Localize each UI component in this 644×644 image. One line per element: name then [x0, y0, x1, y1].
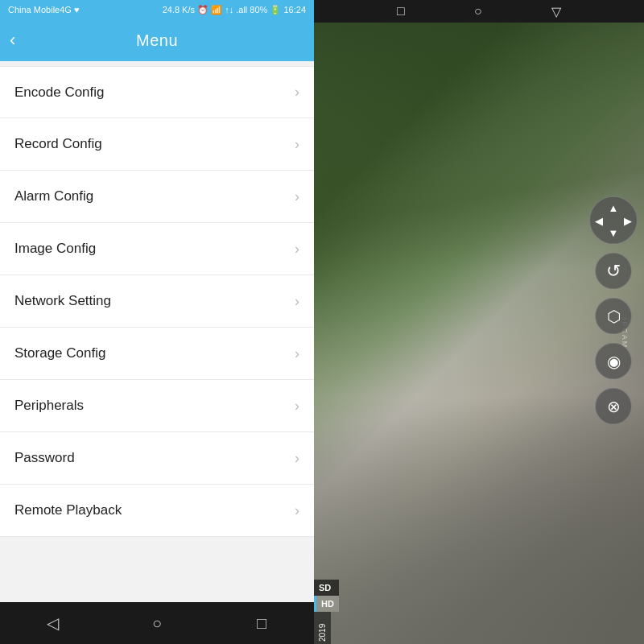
nav-back-button[interactable]: ◁	[32, 607, 72, 639]
sd-quality-button[interactable]: SD	[314, 580, 339, 596]
dpad-up-row: ▲	[590, 202, 637, 214]
header: ‹ Menu	[0, 19, 314, 61]
refresh-icon: ↺	[606, 261, 621, 282]
year-label: 2019	[314, 612, 331, 644]
right-nav-square[interactable]: □	[397, 4, 405, 19]
dpad-left-icon[interactable]: ◀	[595, 214, 603, 226]
menu-item-label-storage-config: Storage Config	[14, 345, 105, 361]
menu-item-label-remote-playback: Remote Playback	[14, 502, 122, 518]
dpad-down-row: ▼	[590, 227, 637, 239]
menu-item-label-alarm-config: Alarm Config	[14, 188, 93, 204]
quality-labels: SD HD	[314, 580, 339, 612]
menu-item-alarm-config[interactable]: Alarm Config ›	[0, 171, 314, 223]
nav-home-button[interactable]: ○	[137, 607, 177, 639]
dpad-mid-row: ◀ ▶	[590, 214, 637, 226]
right-status-bar: □ ○ ▽	[314, 0, 644, 23]
filter-icon: ⬡	[607, 307, 621, 326]
menu-item-label-peripherals: Peripherals	[14, 398, 84, 414]
left-phone: China Mobile4G ♥ 24.8 K/s ⏰ 📶 ↑↓ .all 80…	[0, 0, 314, 644]
menu-item-password[interactable]: Password ›	[0, 432, 314, 485]
dpad-control[interactable]: ▲ ◀ ▶ ▼	[589, 196, 638, 245]
header-title: Menu	[12, 31, 302, 50]
status-bar-right: 24.8 K/s ⏰ 📶 ↑↓ .all 80% 🔋 16:24	[163, 5, 306, 15]
right-phone: □ ○ ▽ IPCAM SD HD 2019 ▲	[314, 0, 644, 644]
chevron-icon-peripherals: ›	[295, 398, 299, 415]
menu-item-peripherals[interactable]: Peripherals ›	[0, 380, 314, 432]
chevron-icon-storage-config: ›	[295, 345, 299, 362]
chevron-icon-alarm-config: ›	[295, 188, 299, 205]
chevron-icon-image-config: ›	[295, 241, 299, 258]
menu-item-label-image-config: Image Config	[14, 241, 96, 257]
status-bar-left: China Mobile4G ♥	[8, 5, 79, 14]
menu-item-remote-playback[interactable]: Remote Playback ›	[0, 485, 314, 537]
menu-item-record-config[interactable]: Record Config ›	[0, 118, 314, 171]
camera-controls: ▲ ◀ ▶ ▼ ↺	[589, 196, 638, 425]
hd-quality-button[interactable]: HD	[314, 596, 339, 612]
menu-item-storage-config[interactable]: Storage Config ›	[0, 328, 314, 380]
menu-item-label-encode-config: Encode Config	[14, 85, 105, 101]
menu-item-label-record-config: Record Config	[14, 136, 102, 152]
delete-icon: ⊗	[607, 397, 621, 416]
menu-item-label-network-setting: Network Setting	[14, 293, 111, 309]
menu-item-image-config[interactable]: Image Config ›	[0, 223, 314, 275]
dpad-right-icon[interactable]: ▶	[624, 214, 632, 226]
chevron-icon-password: ›	[295, 450, 299, 467]
right-nav-circle[interactable]: ○	[474, 4, 482, 19]
filter-button[interactable]: ⬡	[595, 298, 632, 335]
chevron-icon-record-config: ›	[295, 136, 299, 153]
back-button[interactable]: ‹	[10, 30, 15, 51]
camera-view: IPCAM SD HD 2019 ▲ ◀ ▶	[314, 23, 644, 644]
menu-item-label-password: Password	[14, 450, 75, 466]
nav-recent-button[interactable]: □	[242, 607, 282, 639]
bottom-nav: ◁ ○ □	[0, 602, 314, 644]
camera-background: IPCAM SD HD 2019 ▲ ◀ ▶	[314, 23, 644, 644]
dpad-down-icon[interactable]: ▼	[609, 227, 619, 239]
menu-item-encode-config[interactable]: Encode Config ›	[0, 66, 314, 118]
snapshot-button[interactable]: ◉	[595, 343, 632, 380]
chevron-icon-remote-playback: ›	[295, 502, 299, 519]
camera-icon: ◉	[607, 352, 621, 371]
menu-list: Encode Config › Record Config › Alarm Co…	[0, 61, 314, 602]
chevron-icon-encode-config: ›	[295, 84, 299, 101]
menu-item-network-setting[interactable]: Network Setting ›	[0, 275, 314, 328]
right-nav-triangle[interactable]: ▽	[551, 4, 561, 19]
delete-button[interactable]: ⊗	[595, 388, 632, 425]
status-bar: China Mobile4G ♥ 24.8 K/s ⏰ 📶 ↑↓ .all 80…	[0, 0, 314, 19]
dpad-up-icon[interactable]: ▲	[609, 202, 619, 214]
chevron-icon-network-setting: ›	[295, 293, 299, 310]
dpad-center: ▲ ◀ ▶ ▼	[590, 197, 637, 244]
refresh-button[interactable]: ↺	[595, 253, 632, 290]
